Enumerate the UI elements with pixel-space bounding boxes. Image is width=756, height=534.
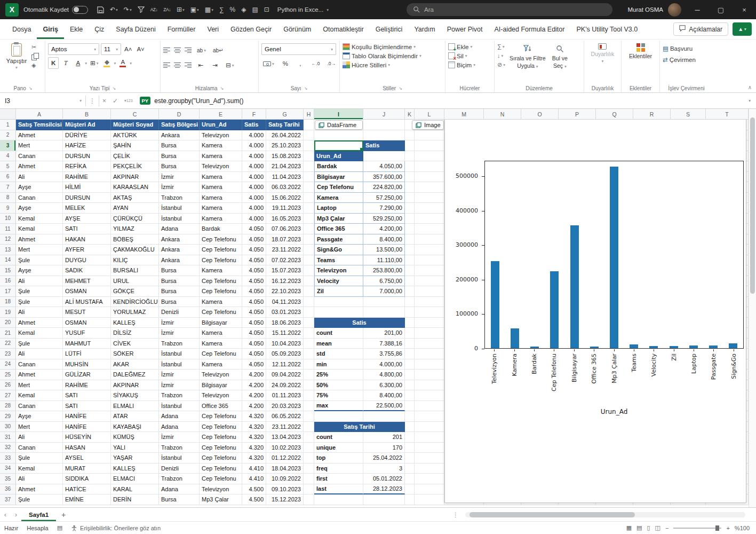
cell-G12[interactable]: 18.07.2023 xyxy=(266,234,304,245)
cell-G2[interactable]: 26.04.2022 xyxy=(266,130,304,141)
row-header-16[interactable]: 16 xyxy=(0,276,16,287)
cell-A17[interactable]: Şule xyxy=(16,286,63,297)
cell-C2[interactable]: AKTÜRK xyxy=(111,130,159,141)
cell-H18[interactable] xyxy=(304,297,314,308)
cell-F4[interactable]: 4.000 xyxy=(242,151,266,162)
cell-J9[interactable]: 7.290,00 xyxy=(363,203,405,214)
cell-G6[interactable]: 11.04.2023 xyxy=(266,172,304,183)
cell-G35[interactable]: 10.09.2022 xyxy=(266,474,304,484)
row-header-9[interactable]: 9 xyxy=(0,203,16,214)
cell-G3[interactable]: 25.10.2023 xyxy=(266,140,304,151)
cell-J7[interactable]: 224.820,00 xyxy=(363,182,405,193)
cell-F31[interactable]: 4.320 xyxy=(242,432,266,443)
cell-K31[interactable] xyxy=(405,432,415,443)
save-icon[interactable] xyxy=(94,5,107,14)
cell-J36[interactable]: 28.12.2023 xyxy=(363,484,405,495)
decrease-decimal-icon[interactable]: .0→ xyxy=(325,58,337,69)
cell-A26[interactable]: Mert xyxy=(16,380,63,391)
cell-G36[interactable]: 09.10.2023 xyxy=(266,484,304,495)
cell-B22[interactable]: MAHMUT xyxy=(63,339,111,349)
cell-A28[interactable]: Canan xyxy=(16,401,63,412)
cell-B16[interactable]: MEHMET xyxy=(63,276,111,287)
cell-G30[interactable]: 23.11.2022 xyxy=(266,422,304,433)
cell-D4[interactable]: Bursa xyxy=(159,151,200,162)
cell-F24[interactable]: 4.050 xyxy=(242,359,266,370)
cell-L12[interactable] xyxy=(415,234,444,245)
ribbon-tab-veri[interactable]: Veri xyxy=(201,19,225,39)
column-header-R[interactable]: R xyxy=(633,109,671,119)
cell-A31[interactable]: Ali xyxy=(16,432,63,443)
italic-button[interactable]: T xyxy=(60,57,71,69)
cell-D17[interactable]: Bursa xyxy=(159,286,200,297)
wrap-text-icon[interactable]: ab↵ xyxy=(211,44,225,56)
cell-K5[interactable] xyxy=(405,161,415,172)
cell-D6[interactable]: İzmir xyxy=(159,172,200,183)
cell-C9[interactable]: AYAN xyxy=(111,203,159,214)
cell-D23[interactable]: İstanbul xyxy=(159,349,200,359)
cell-D31[interactable]: İzmir xyxy=(159,432,200,443)
row-header-32[interactable]: 32 xyxy=(0,443,16,453)
cell-J25[interactable]: 4.800,00 xyxy=(363,370,405,380)
cell-F9[interactable]: 4.000 xyxy=(242,203,266,214)
cell-K20[interactable] xyxy=(405,318,415,328)
cell-H2[interactable] xyxy=(304,130,314,141)
cell-H19[interactable] xyxy=(304,307,314,318)
cell-E3[interactable]: Kamera xyxy=(200,140,242,151)
cell-K21[interactable] xyxy=(405,328,415,339)
column-header-D[interactable]: D xyxy=(159,109,200,119)
cell-B33[interactable]: AYSEL xyxy=(63,453,111,464)
cell-A33[interactable]: Şule xyxy=(16,453,63,464)
row-header-21[interactable]: 21 xyxy=(0,328,16,339)
percent-icon[interactable]: % xyxy=(280,58,291,69)
cell-D15[interactable]: Bursa xyxy=(159,265,200,276)
orientation-icon[interactable]: ab▾ xyxy=(195,44,208,56)
cell-F8[interactable]: 4.000 xyxy=(242,193,266,203)
enter-icon[interactable]: ✓ xyxy=(109,97,121,105)
cell-B36[interactable]: HATİCE xyxy=(63,484,111,495)
cell-D2[interactable]: Ankara xyxy=(159,130,200,141)
underline-button[interactable]: A xyxy=(73,57,83,69)
cell-G18[interactable]: 04.11.2023 xyxy=(266,297,304,308)
cell-E34[interactable]: Cep Telefonu xyxy=(200,464,242,474)
ribbon-tab-form-ller[interactable]: Formüller xyxy=(162,19,202,39)
ribbon-tab-dosya[interactable]: Dosya xyxy=(6,19,37,39)
cell-F6[interactable]: 4.000 xyxy=(242,172,266,183)
cell-I5[interactable]: Bardak xyxy=(314,161,363,172)
cell-E31[interactable]: Cep Telefonu xyxy=(200,432,242,443)
cell-G11[interactable]: 07.06.2023 xyxy=(266,224,304,234)
cell-G8[interactable]: 15.06.2022 xyxy=(266,193,304,203)
share-button[interactable]: ▲ ▾ xyxy=(733,22,752,36)
format-as-table-button[interactable]: Tablo Olarak Biçimlendir▾ xyxy=(343,52,421,59)
cell-J10[interactable]: 529.250,00 xyxy=(363,214,405,224)
zoom-out-icon[interactable]: − xyxy=(665,525,669,531)
cell-H10[interactable] xyxy=(304,214,314,224)
cell-K4[interactable] xyxy=(405,151,415,162)
cell-I27[interactable]: 75% xyxy=(314,390,363,401)
cell-J15[interactable]: 253.800,00 xyxy=(363,265,405,276)
format-painter-icon[interactable]: ◈ xyxy=(238,5,249,14)
cell-A36[interactable]: Ahmet xyxy=(16,484,63,495)
cell-K17[interactable] xyxy=(405,286,415,297)
cell-K9[interactable] xyxy=(405,203,415,214)
cell-L19[interactable] xyxy=(415,307,444,318)
cell-C10[interactable]: ÇÜRÜKÇÜ xyxy=(111,214,159,224)
cell-A23[interactable]: Ali xyxy=(16,349,63,359)
font-color-button[interactable]: A xyxy=(117,57,128,69)
cell-B24[interactable]: MUHSİN xyxy=(63,359,111,370)
find-select-button[interactable]: Bul ve Seç ▾ xyxy=(550,43,570,72)
cell-E37[interactable]: Mp3 Çalar xyxy=(200,494,242,505)
cell-J35[interactable]: 05.01.2022 xyxy=(363,474,405,484)
cell-I19[interactable] xyxy=(314,307,363,318)
horizontal-scrollbar[interactable] xyxy=(465,512,745,517)
excel-logo-icon[interactable]: X xyxy=(5,3,19,17)
cell-L26[interactable] xyxy=(415,380,444,391)
cell-C30[interactable]: KAYABAŞI xyxy=(111,422,159,433)
cell-F22[interactable]: 4.050 xyxy=(242,339,266,349)
cell-C36[interactable]: KARAL xyxy=(111,484,159,495)
cell-I2[interactable] xyxy=(314,130,363,141)
row-header-31[interactable]: 31 xyxy=(0,432,16,443)
name-box[interactable]: I3▾ xyxy=(1,95,85,107)
cell-A24[interactable]: Canan xyxy=(16,359,63,370)
cell-K7[interactable] xyxy=(405,182,415,193)
increase-indent-icon[interactable]: ⇥ xyxy=(210,59,220,71)
